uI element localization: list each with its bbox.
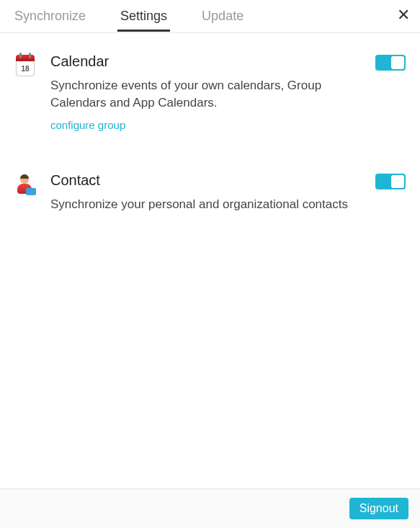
calendar-title: Calendar: [50, 53, 368, 70]
close-icon[interactable]: ✕: [397, 7, 410, 23]
contact-icon: [14, 174, 40, 195]
section-contact: Contact Synchronize your personal and or…: [14, 172, 406, 213]
calendar-desc: Synchronize events of your own calendars…: [50, 77, 368, 112]
configure-group-link[interactable]: configure group: [50, 119, 125, 131]
tab-update[interactable]: Update: [199, 1, 246, 32]
section-contact-body: Contact Synchronize your personal and or…: [50, 172, 375, 213]
contact-toggle[interactable]: [375, 174, 406, 189]
footer: Signout: [0, 488, 420, 528]
tab-settings[interactable]: Settings: [117, 1, 170, 32]
section-calendar-body: Calendar Synchronize events of your own …: [50, 53, 375, 132]
tab-synchronize[interactable]: Synchronize: [12, 1, 89, 32]
calendar-toggle[interactable]: [375, 55, 406, 71]
tabs: Synchronize Settings Update: [7, 1, 246, 32]
contact-desc: Synchronize your personal and organizati…: [50, 196, 368, 213]
contact-title: Contact: [50, 172, 368, 189]
content: 18 Calendar Synchronize events of your o…: [0, 33, 420, 488]
calendar-icon-day: 18: [16, 61, 35, 76]
section-calendar: 18 Calendar Synchronize events of your o…: [14, 53, 406, 132]
signout-button[interactable]: Signout: [349, 498, 408, 519]
calendar-icon: 18: [14, 55, 40, 76]
header: Synchronize Settings Update ✕: [0, 0, 420, 33]
